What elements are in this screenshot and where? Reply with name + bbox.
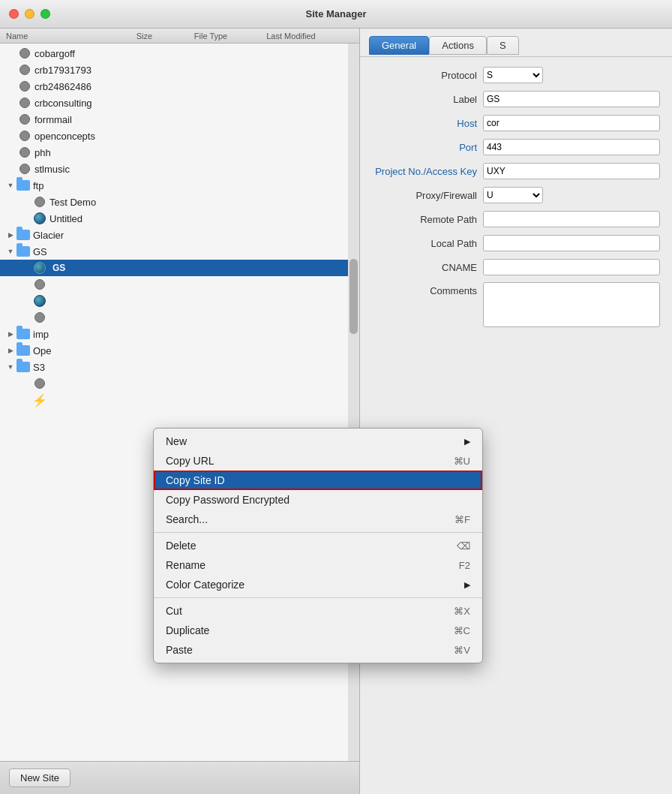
cname-input[interactable] bbox=[483, 259, 660, 275]
tab-s[interactable]: S bbox=[487, 36, 519, 55]
disclosure-triangle[interactable] bbox=[6, 362, 15, 371]
form-row-project: Project No./Access Key bbox=[372, 162, 660, 180]
list-item[interactable] bbox=[0, 309, 359, 326]
submenu-arrow-icon: ▶ bbox=[464, 580, 470, 590]
list-item[interactable]: Untitled bbox=[0, 210, 359, 227]
menu-item-search[interactable]: Search... ⌘F bbox=[154, 510, 482, 529]
list-item[interactable]: crb24862486 bbox=[0, 78, 359, 95]
list-item[interactable]: stlmusic bbox=[0, 161, 359, 177]
menu-item-label: Duplicate bbox=[166, 624, 209, 636]
form-row-port: Port bbox=[372, 138, 660, 156]
list-item[interactable]: imp bbox=[0, 326, 359, 342]
form-row-local-path: Local Path bbox=[372, 234, 660, 252]
list-item[interactable]: GS bbox=[0, 243, 359, 260]
project-input[interactable] bbox=[483, 163, 660, 179]
col-type-header: File Type bbox=[194, 32, 266, 41]
site-icon bbox=[33, 377, 46, 390]
gs-selected-label: GS bbox=[50, 263, 68, 273]
scrollbar-thumb[interactable] bbox=[350, 259, 358, 334]
menu-separator bbox=[154, 597, 482, 598]
item-label: openconcepts bbox=[34, 131, 95, 142]
port-input[interactable] bbox=[483, 139, 660, 155]
site-icon bbox=[33, 278, 46, 291]
list-item[interactable]: ⚡ bbox=[0, 392, 359, 408]
form-row-proxy: Proxy/Firewall U bbox=[372, 186, 660, 204]
maximize-button[interactable] bbox=[40, 9, 50, 19]
list-item[interactable] bbox=[0, 276, 359, 293]
disclosure-triangle[interactable] bbox=[6, 346, 15, 355]
list-item[interactable]: Ope bbox=[0, 342, 359, 359]
form-row-remote-path: Remote Path bbox=[372, 210, 660, 228]
list-item[interactable]: crbconsulting bbox=[0, 95, 359, 111]
folder-icon bbox=[16, 360, 30, 374]
list-item[interactable]: formmail bbox=[0, 111, 359, 128]
list-item[interactable]: Glacier bbox=[0, 227, 359, 243]
list-item[interactable]: ftp bbox=[0, 177, 359, 194]
tab-actions[interactable]: Actions bbox=[429, 36, 487, 55]
menu-item-delete[interactable]: Delete ⌫ bbox=[154, 536, 482, 555]
form-row-label: Label bbox=[372, 90, 660, 108]
label-input[interactable] bbox=[483, 91, 660, 107]
menu-item-copy-password[interactable]: Copy Password Encrypted bbox=[154, 490, 482, 510]
item-label: Glacier bbox=[33, 230, 64, 241]
form-row-host: Host bbox=[372, 114, 660, 132]
shortcut-label: ⌘U bbox=[454, 456, 470, 467]
port-label: Port bbox=[372, 142, 477, 153]
comments-textarea[interactable] bbox=[483, 282, 660, 327]
minimize-button[interactable] bbox=[25, 9, 34, 19]
list-item[interactable] bbox=[0, 293, 359, 309]
list-item[interactable]: GS bbox=[0, 260, 359, 276]
site-icon-blue bbox=[33, 294, 46, 308]
list-item[interactable]: S3 bbox=[0, 359, 359, 375]
form-area: Protocol S Label Host Port bbox=[360, 57, 672, 794]
item-label: imp bbox=[33, 329, 49, 340]
host-input[interactable] bbox=[483, 115, 660, 131]
shortcut-label: F2 bbox=[459, 560, 470, 571]
list-item[interactable]: cobargoff bbox=[0, 45, 359, 62]
list-item[interactable] bbox=[0, 375, 359, 392]
proxy-select[interactable]: U bbox=[483, 187, 543, 203]
item-label: phh bbox=[34, 147, 51, 158]
item-label: crb17931793 bbox=[34, 65, 92, 76]
menu-item-copy-site-id[interactable]: Copy Site ID bbox=[154, 471, 482, 490]
menu-item-copy-url[interactable]: Copy URL ⌘U bbox=[154, 451, 482, 471]
menu-item-paste[interactable]: Paste ⌘V bbox=[154, 640, 482, 660]
disclosure-triangle[interactable] bbox=[6, 329, 15, 338]
new-site-button[interactable]: New Site bbox=[9, 768, 70, 787]
disclosure-triangle[interactable] bbox=[6, 230, 15, 239]
menu-item-color-categorize[interactable]: Color Categorize ▶ bbox=[154, 575, 482, 594]
menu-item-rename[interactable]: Rename F2 bbox=[154, 555, 482, 575]
close-button[interactable] bbox=[9, 9, 19, 19]
col-modified-header: Last Modified bbox=[266, 32, 353, 41]
menu-item-new[interactable]: New ▶ bbox=[154, 432, 482, 451]
list-item[interactable]: phh bbox=[0, 144, 359, 161]
item-label: crb24862486 bbox=[34, 81, 92, 92]
site-icon-lightning: ⚡ bbox=[33, 393, 46, 407]
menu-item-cut[interactable]: Cut ⌘X bbox=[154, 601, 482, 621]
disclosure-triangle[interactable] bbox=[6, 181, 15, 190]
folder-icon bbox=[16, 228, 30, 242]
list-item[interactable]: crb17931793 bbox=[0, 62, 359, 78]
site-icon bbox=[18, 162, 32, 176]
form-row-cname: CNAME bbox=[372, 258, 660, 276]
bottom-bar: New Site bbox=[0, 761, 359, 794]
item-label: S3 bbox=[33, 362, 45, 373]
form-row-comments: Comments bbox=[372, 282, 660, 327]
site-icon bbox=[18, 146, 32, 159]
menu-item-duplicate[interactable]: Duplicate ⌘C bbox=[154, 621, 482, 640]
menu-item-label: New bbox=[166, 435, 187, 447]
list-item[interactable]: Test Demo bbox=[0, 194, 359, 210]
site-icon bbox=[33, 195, 46, 209]
comments-label: Comments bbox=[372, 285, 477, 296]
disclosure-triangle[interactable] bbox=[6, 247, 15, 256]
site-icon-blue bbox=[33, 212, 46, 225]
label-label: Label bbox=[372, 94, 477, 105]
menu-item-label: Copy Site ID bbox=[166, 474, 225, 486]
tab-general[interactable]: General bbox=[369, 36, 429, 55]
right-panel: General Actions S Protocol S Label Host bbox=[360, 29, 672, 794]
remote-path-input[interactable] bbox=[483, 211, 660, 227]
local-path-input[interactable] bbox=[483, 235, 660, 251]
host-label: Host bbox=[372, 118, 477, 129]
protocol-select[interactable]: S bbox=[483, 67, 543, 83]
list-item[interactable]: openconcepts bbox=[0, 128, 359, 144]
